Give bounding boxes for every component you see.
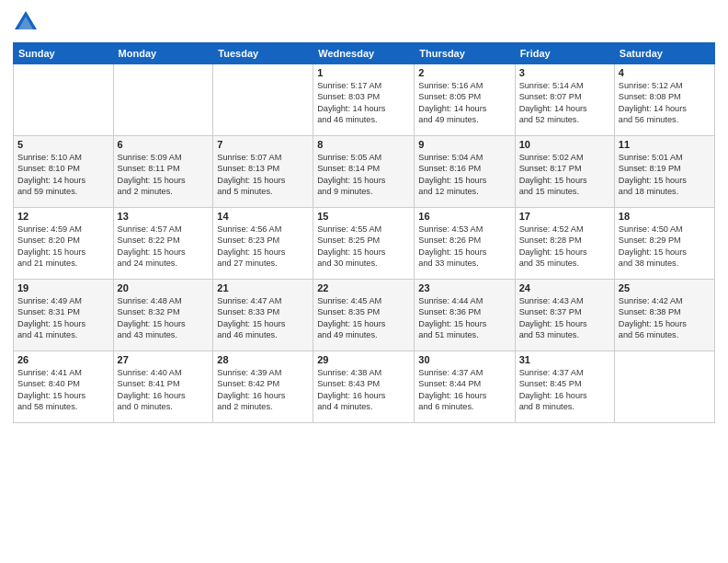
calendar-cell: 25Sunrise: 4:42 AM Sunset: 8:38 PM Dayli… (614, 280, 714, 351)
day-info: Sunrise: 4:53 AM Sunset: 8:26 PM Dayligh… (418, 224, 510, 270)
day-info: Sunrise: 4:41 AM Sunset: 8:40 PM Dayligh… (17, 367, 109, 413)
weekday-tuesday: Tuesday (213, 43, 313, 64)
day-number: 14 (217, 211, 309, 222)
day-number: 17 (519, 211, 610, 222)
day-number: 24 (519, 282, 610, 293)
day-number: 2 (418, 67, 510, 78)
day-number: 27 (118, 354, 210, 365)
weekday-saturday: Saturday (614, 43, 714, 64)
day-number: 18 (619, 211, 711, 222)
day-info: Sunrise: 4:55 AM Sunset: 8:25 PM Dayligh… (317, 224, 410, 270)
day-number: 1 (317, 67, 410, 78)
calendar-cell: 3Sunrise: 5:14 AM Sunset: 8:07 PM Daylig… (515, 64, 614, 136)
day-info: Sunrise: 5:14 AM Sunset: 8:07 PM Dayligh… (519, 80, 610, 126)
calendar-cell: 26Sunrise: 4:41 AM Sunset: 8:40 PM Dayli… (14, 351, 114, 423)
day-number: 30 (418, 354, 510, 365)
calendar-cell: 30Sunrise: 4:37 AM Sunset: 8:44 PM Dayli… (415, 351, 515, 423)
day-info: Sunrise: 5:01 AM Sunset: 8:19 PM Dayligh… (619, 152, 711, 198)
calendar-cell: 8Sunrise: 5:05 AM Sunset: 8:14 PM Daylig… (313, 136, 415, 208)
day-info: Sunrise: 5:05 AM Sunset: 8:14 PM Dayligh… (317, 152, 410, 198)
calendar-cell (113, 64, 213, 136)
day-number: 21 (217, 282, 309, 293)
day-number: 15 (317, 211, 410, 222)
day-info: Sunrise: 4:42 AM Sunset: 8:38 PM Dayligh… (619, 295, 711, 341)
weekday-monday: Monday (113, 43, 213, 64)
calendar-cell (14, 64, 114, 136)
day-info: Sunrise: 4:47 AM Sunset: 8:33 PM Dayligh… (217, 295, 309, 341)
page: SundayMondayTuesdayWednesdayThursdayFrid… (0, 0, 728, 563)
day-number: 13 (118, 211, 210, 222)
day-info: Sunrise: 4:49 AM Sunset: 8:31 PM Dayligh… (17, 295, 109, 341)
calendar-cell: 18Sunrise: 4:50 AM Sunset: 8:29 PM Dayli… (614, 208, 714, 280)
calendar-cell: 16Sunrise: 4:53 AM Sunset: 8:26 PM Dayli… (415, 208, 515, 280)
day-info: Sunrise: 5:16 AM Sunset: 8:05 PM Dayligh… (418, 80, 510, 126)
calendar-cell: 2Sunrise: 5:16 AM Sunset: 8:05 PM Daylig… (415, 64, 515, 136)
calendar-cell: 15Sunrise: 4:55 AM Sunset: 8:25 PM Dayli… (313, 208, 415, 280)
day-number: 31 (519, 354, 610, 365)
day-number: 23 (418, 282, 510, 293)
day-info: Sunrise: 5:10 AM Sunset: 8:10 PM Dayligh… (17, 152, 109, 198)
day-number: 10 (519, 139, 610, 150)
day-info: Sunrise: 4:59 AM Sunset: 8:20 PM Dayligh… (17, 224, 109, 270)
calendar-cell: 11Sunrise: 5:01 AM Sunset: 8:19 PM Dayli… (614, 136, 714, 208)
calendar-cell: 23Sunrise: 4:44 AM Sunset: 8:36 PM Dayli… (415, 280, 515, 351)
calendar-cell: 19Sunrise: 4:49 AM Sunset: 8:31 PM Dayli… (14, 280, 114, 351)
day-info: Sunrise: 4:57 AM Sunset: 8:22 PM Dayligh… (118, 224, 210, 270)
calendar-cell: 10Sunrise: 5:02 AM Sunset: 8:17 PM Dayli… (515, 136, 614, 208)
weekday-sunday: Sunday (14, 43, 114, 64)
calendar-cell: 21Sunrise: 4:47 AM Sunset: 8:33 PM Dayli… (213, 280, 313, 351)
week-row-5: 26Sunrise: 4:41 AM Sunset: 8:40 PM Dayli… (14, 351, 715, 423)
day-info: Sunrise: 4:45 AM Sunset: 8:35 PM Dayligh… (317, 295, 410, 341)
header (13, 9, 715, 35)
day-info: Sunrise: 4:38 AM Sunset: 8:43 PM Dayligh… (317, 367, 410, 413)
calendar-cell: 13Sunrise: 4:57 AM Sunset: 8:22 PM Dayli… (113, 208, 213, 280)
week-row-4: 19Sunrise: 4:49 AM Sunset: 8:31 PM Dayli… (14, 280, 715, 351)
calendar-cell: 1Sunrise: 5:17 AM Sunset: 8:03 PM Daylig… (313, 64, 415, 136)
calendar-body: 1Sunrise: 5:17 AM Sunset: 8:03 PM Daylig… (14, 64, 715, 423)
day-info: Sunrise: 4:43 AM Sunset: 8:37 PM Dayligh… (519, 295, 610, 341)
weekday-wednesday: Wednesday (313, 43, 415, 64)
day-info: Sunrise: 5:12 AM Sunset: 8:08 PM Dayligh… (619, 80, 711, 126)
day-info: Sunrise: 5:07 AM Sunset: 8:13 PM Dayligh… (217, 152, 309, 198)
day-info: Sunrise: 5:04 AM Sunset: 8:16 PM Dayligh… (418, 152, 510, 198)
day-info: Sunrise: 4:50 AM Sunset: 8:29 PM Dayligh… (619, 224, 711, 270)
day-number: 25 (619, 282, 711, 293)
weekday-thursday: Thursday (415, 43, 515, 64)
calendar-cell: 28Sunrise: 4:39 AM Sunset: 8:42 PM Dayli… (213, 351, 313, 423)
day-number: 29 (317, 354, 410, 365)
day-number: 26 (17, 354, 109, 365)
weekday-friday: Friday (515, 43, 614, 64)
week-row-2: 5Sunrise: 5:10 AM Sunset: 8:10 PM Daylig… (14, 136, 715, 208)
day-info: Sunrise: 4:52 AM Sunset: 8:28 PM Dayligh… (519, 224, 610, 270)
day-number: 12 (17, 211, 109, 222)
day-number: 6 (118, 139, 210, 150)
calendar-cell: 14Sunrise: 4:56 AM Sunset: 8:23 PM Dayli… (213, 208, 313, 280)
calendar-cell: 4Sunrise: 5:12 AM Sunset: 8:08 PM Daylig… (614, 64, 714, 136)
day-number: 7 (217, 139, 309, 150)
week-row-1: 1Sunrise: 5:17 AM Sunset: 8:03 PM Daylig… (14, 64, 715, 136)
calendar-table: SundayMondayTuesdayWednesdayThursdayFrid… (13, 42, 715, 423)
calendar-cell: 29Sunrise: 4:38 AM Sunset: 8:43 PM Dayli… (313, 351, 415, 423)
day-number: 16 (418, 211, 510, 222)
day-number: 8 (317, 139, 410, 150)
day-number: 4 (619, 67, 711, 78)
day-number: 19 (17, 282, 109, 293)
logo (13, 9, 42, 35)
day-info: Sunrise: 4:40 AM Sunset: 8:41 PM Dayligh… (118, 367, 210, 413)
day-number: 5 (17, 139, 109, 150)
day-number: 22 (317, 282, 410, 293)
week-row-3: 12Sunrise: 4:59 AM Sunset: 8:20 PM Dayli… (14, 208, 715, 280)
calendar-cell: 6Sunrise: 5:09 AM Sunset: 8:11 PM Daylig… (113, 136, 213, 208)
calendar-cell (614, 351, 714, 423)
calendar-cell: 17Sunrise: 4:52 AM Sunset: 8:28 PM Dayli… (515, 208, 614, 280)
day-info: Sunrise: 5:09 AM Sunset: 8:11 PM Dayligh… (118, 152, 210, 198)
day-number: 28 (217, 354, 309, 365)
calendar-cell: 31Sunrise: 4:37 AM Sunset: 8:45 PM Dayli… (515, 351, 614, 423)
day-info: Sunrise: 4:44 AM Sunset: 8:36 PM Dayligh… (418, 295, 510, 341)
day-info: Sunrise: 4:48 AM Sunset: 8:32 PM Dayligh… (118, 295, 210, 341)
day-number: 3 (519, 67, 610, 78)
calendar-cell: 12Sunrise: 4:59 AM Sunset: 8:20 PM Dayli… (14, 208, 114, 280)
day-number: 20 (118, 282, 210, 293)
day-info: Sunrise: 4:39 AM Sunset: 8:42 PM Dayligh… (217, 367, 309, 413)
calendar-cell: 5Sunrise: 5:10 AM Sunset: 8:10 PM Daylig… (14, 136, 114, 208)
